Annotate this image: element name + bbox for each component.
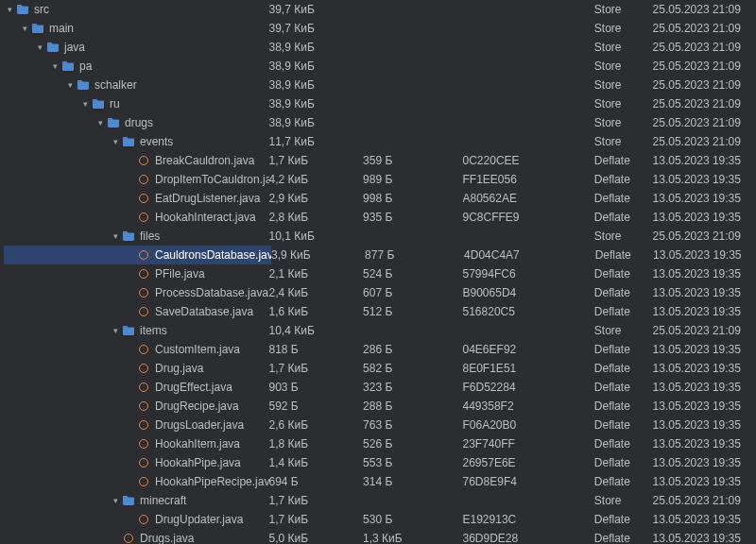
chevron-down-icon[interactable]: ▾ <box>64 76 76 94</box>
tree-row[interactable]: ▸DrugsLoader.java2,6 КиБ763 БF06A20B0Def… <box>0 416 756 434</box>
chevron-down-icon[interactable]: ▾ <box>110 321 121 340</box>
folder-icon <box>15 2 30 17</box>
tree-row[interactable]: ▾main39,7 КиБStore25.05.2023 21:09 <box>0 19 756 38</box>
name-cell[interactable]: ▸Drug.java <box>0 359 269 378</box>
name-cell[interactable]: ▾pa <box>0 57 269 76</box>
col-size: 11,7 КиБ <box>269 132 364 151</box>
name-cell[interactable]: ▸BreakCauldron.java <box>0 151 269 170</box>
tree-row[interactable]: ▸Drugs.java5,0 КиБ1,3 КиБ36D9DE28Deflate… <box>0 529 756 544</box>
tree-row[interactable]: ▸HookahItem.java1,8 КиБ526 Б23F740FFDefl… <box>0 434 756 453</box>
chevron-down-icon[interactable]: ▾ <box>4 0 15 19</box>
name-cell[interactable]: ▸ProcessDatabase.java <box>0 283 269 302</box>
tree-row[interactable]: ▸HookahPipe.java1,4 КиБ553 Б26957E6EDefl… <box>0 453 756 472</box>
col-size: 818 Б <box>269 340 364 359</box>
tree-row[interactable]: ▸CauldronsDatabase.java3,9 КиБ877 Б4D04C… <box>0 246 756 264</box>
col-date: 25.05.2023 21:09 <box>653 132 756 151</box>
tree-row[interactable]: ▸HookahInteract.java2,8 КиБ935 Б9C8CFFE9… <box>0 208 756 227</box>
tree-row[interactable]: ▸DrugEffect.java903 Б323 БF6D52284Deflat… <box>0 378 756 397</box>
name-cell[interactable]: ▾minecraft <box>0 491 269 510</box>
chevron-down-icon[interactable]: ▾ <box>94 113 106 132</box>
name-cell[interactable]: ▸CustomItem.java <box>0 340 269 359</box>
java-file-icon <box>136 512 151 527</box>
name-cell[interactable]: ▾items <box>0 321 269 340</box>
name-cell[interactable]: ▸SaveDatabase.java <box>0 302 269 321</box>
col-size: 592 Б <box>269 397 364 416</box>
col-crc: E192913C <box>463 510 594 529</box>
name-cell[interactable]: ▸DrugUpdater.java <box>0 510 269 529</box>
col-size: 4,2 КиБ <box>269 170 364 189</box>
name-cell[interactable]: ▸PFile.java <box>0 264 269 283</box>
tree-row[interactable]: ▸ProcessDatabase.java2,4 КиБ607 БB90065D… <box>0 283 756 302</box>
tree-row[interactable]: ▸BreakCauldron.java1,7 КиБ359 Б0C220CEED… <box>0 151 756 170</box>
tree-row[interactable]: ▸CustomItem.java818 Б286 Б04E6EF92Deflat… <box>0 340 756 359</box>
col-crc: 516820C5 <box>463 302 594 321</box>
name-cell[interactable]: ▾schalker <box>0 76 269 94</box>
chevron-down-icon[interactable]: ▾ <box>79 94 91 113</box>
name-cell[interactable]: ▾java <box>0 38 269 57</box>
tree-row[interactable]: ▾ru38,9 КиБStore25.05.2023 21:09 <box>0 94 756 113</box>
col-method: Deflate <box>594 151 653 170</box>
name-cell[interactable]: ▸HookahInteract.java <box>0 208 269 227</box>
tree-row[interactable]: ▸Drug.java1,7 КиБ582 Б8E0F1E51Deflate13.… <box>0 359 756 378</box>
col-date: 13.05.2023 19:35 <box>653 416 756 434</box>
col-date: 13.05.2023 19:35 <box>653 189 756 208</box>
item-name: ru <box>110 94 120 113</box>
col-method: Deflate <box>594 302 653 321</box>
name-cell[interactable]: ▸CauldronsDatabase.java <box>4 246 271 264</box>
item-name: DrugRecipe.java <box>155 397 239 416</box>
name-cell[interactable]: ▾drugs <box>0 113 269 132</box>
name-cell[interactable]: ▾events <box>0 132 269 151</box>
item-name: src <box>34 0 49 19</box>
name-cell[interactable]: ▸DropItemToCauldron.java <box>0 170 269 189</box>
tree-row[interactable]: ▸DropItemToCauldron.java4,2 КиБ989 БFF1E… <box>0 170 756 189</box>
name-cell[interactable]: ▸EatDrugListener.java <box>0 189 269 208</box>
chevron-down-icon[interactable]: ▾ <box>110 132 121 151</box>
name-cell[interactable]: ▸HookahItem.java <box>0 434 269 453</box>
tree-row[interactable]: ▸DrugUpdater.java1,7 КиБ530 БE192913CDef… <box>0 510 756 529</box>
col-size: 1,6 КиБ <box>269 302 364 321</box>
tree-row[interactable]: ▸HookahPipeRecipe.java694 Б314 Б76D8E9F4… <box>0 472 756 491</box>
chevron-down-icon[interactable]: ▾ <box>34 38 45 57</box>
name-cell[interactable]: ▾main <box>0 19 269 38</box>
tree-row[interactable]: ▾src39,7 КиБStore25.05.2023 21:09 <box>0 0 756 19</box>
col-size: 2,1 КиБ <box>269 264 364 283</box>
file-tree[interactable]: ▾src39,7 КиБStore25.05.2023 21:09▾main39… <box>0 0 756 544</box>
name-cell[interactable]: ▾src <box>0 0 269 19</box>
name-cell[interactable]: ▸DrugRecipe.java <box>0 397 269 416</box>
chevron-down-icon[interactable]: ▾ <box>110 491 121 510</box>
tree-row[interactable]: ▾minecraft1,7 КиБStore25.05.2023 21:09 <box>0 491 756 510</box>
tree-row[interactable]: ▸PFile.java2,1 КиБ524 Б57994FC6Deflate13… <box>0 264 756 283</box>
name-cell[interactable]: ▸HookahPipe.java <box>0 453 269 472</box>
name-cell[interactable]: ▸Drugs.java <box>0 529 269 544</box>
name-cell[interactable]: ▾files <box>0 227 269 246</box>
java-file-icon <box>136 361 151 376</box>
item-name: ProcessDatabase.java <box>155 283 268 302</box>
item-name: DropItemToCauldron.java <box>155 170 269 189</box>
col-crc: 449358F2 <box>463 397 594 416</box>
tree-row[interactable]: ▾events11,7 КиБStore25.05.2023 21:09 <box>0 132 756 151</box>
chevron-down-icon[interactable]: ▾ <box>49 57 60 76</box>
name-cell[interactable]: ▸DrugEffect.java <box>0 378 269 397</box>
tree-row[interactable]: ▾files10,1 КиБStore25.05.2023 21:09 <box>0 227 756 246</box>
tree-row[interactable]: ▾schalker38,9 КиБStore25.05.2023 21:09 <box>0 76 756 94</box>
tree-row[interactable]: ▸EatDrugListener.java2,9 КиБ998 БA80562A… <box>0 189 756 208</box>
col-method: Deflate <box>594 189 653 208</box>
tree-row[interactable]: ▸SaveDatabase.java1,6 КиБ512 Б516820C5De… <box>0 302 756 321</box>
name-cell[interactable]: ▾ru <box>0 94 269 113</box>
col-date: 13.05.2023 19:35 <box>653 453 756 472</box>
col-size: 2,6 КиБ <box>269 416 364 434</box>
name-cell[interactable]: ▸DrugsLoader.java <box>0 416 269 434</box>
tree-row[interactable]: ▾java38,9 КиБStore25.05.2023 21:09 <box>0 38 756 57</box>
col-crc: 57994FC6 <box>463 264 594 283</box>
chevron-down-icon[interactable]: ▾ <box>110 227 121 246</box>
java-file-icon <box>136 342 151 357</box>
col-crc: 76D8E9F4 <box>463 472 594 491</box>
tree-row[interactable]: ▾pa38,9 КиБStore25.05.2023 21:09 <box>0 57 756 76</box>
col-method: Deflate <box>594 170 653 189</box>
chevron-down-icon[interactable]: ▾ <box>19 19 30 38</box>
name-cell[interactable]: ▸HookahPipeRecipe.java <box>0 472 269 491</box>
tree-row[interactable]: ▾items10,4 КиБStore25.05.2023 21:09 <box>0 321 756 340</box>
tree-row[interactable]: ▾drugs38,9 КиБStore25.05.2023 21:09 <box>0 113 756 132</box>
tree-row[interactable]: ▸DrugRecipe.java592 Б288 Б449358F2Deflat… <box>0 397 756 416</box>
col-date: 13.05.2023 19:35 <box>653 170 756 189</box>
